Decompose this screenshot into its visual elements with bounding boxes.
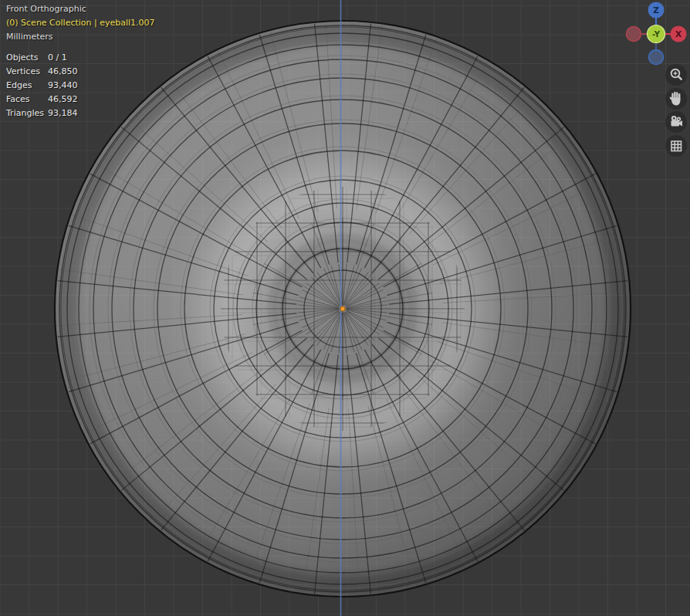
magnify-plus-icon: [665, 64, 687, 86]
viewport-header: Front Orthographic (0) Scene Collection …: [6, 2, 155, 44]
view-label: Front Orthographic: [6, 2, 155, 16]
grid-icon: [665, 135, 687, 157]
stat-row-edges: Edges 93,440: [6, 79, 78, 93]
breadcrumb: (0) Scene Collection | eyeball1.007: [6, 16, 155, 30]
stat-row-objects: Objects 0 / 1: [6, 51, 78, 65]
view-axis-gizmo[interactable]: Z X -Y: [622, 0, 690, 68]
statistics-overlay: Objects 0 / 1 Vertices 46,850 Edges 93,4…: [6, 51, 78, 120]
stat-label: Faces: [6, 93, 48, 107]
stat-row-faces: Faces 46,592: [6, 93, 78, 107]
gizmo-z-label: Z: [653, 5, 659, 15]
gizmo-z-ball[interactable]: Z: [648, 2, 665, 19]
stat-value: 46,592: [48, 93, 78, 107]
stat-row-vertices: Vertices 46,850: [6, 65, 78, 79]
gizmo-x-label: X: [675, 29, 682, 39]
zoom-button[interactable]: [665, 64, 687, 86]
stat-value: 93,440: [48, 79, 78, 93]
projection-toggle-button[interactable]: [665, 135, 687, 157]
stat-label: Vertices: [6, 65, 48, 79]
camera-view-button[interactable]: [665, 111, 687, 133]
stat-value: 93,184: [48, 107, 78, 120]
viewport-canvas[interactable]: [0, 0, 690, 616]
gizmo-z-negative-ball[interactable]: [649, 50, 664, 65]
camera-icon: [665, 111, 687, 133]
stat-value: 0 / 1: [48, 51, 67, 65]
hand-icon: [665, 88, 687, 110]
gizmo-x-ball[interactable]: X: [671, 26, 687, 42]
gizmo-x-negative-ball[interactable]: [627, 27, 641, 42]
gizmo-y-negative-ball[interactable]: -Y: [648, 25, 665, 43]
stat-label: Objects: [6, 51, 48, 65]
pan-button[interactable]: [665, 88, 687, 110]
blender-3d-viewport[interactable]: Front Orthographic (0) Scene Collection …: [0, 0, 690, 616]
stat-row-triangles: Triangles 93,184: [6, 107, 78, 120]
units-label: Millimeters: [6, 30, 155, 44]
stat-label: Edges: [6, 79, 48, 93]
stat-value: 46,850: [48, 65, 78, 79]
stat-label: Triangles: [6, 107, 48, 120]
gizmo-y-label: -Y: [652, 30, 661, 39]
viewport-nav-buttons: [665, 64, 687, 157]
